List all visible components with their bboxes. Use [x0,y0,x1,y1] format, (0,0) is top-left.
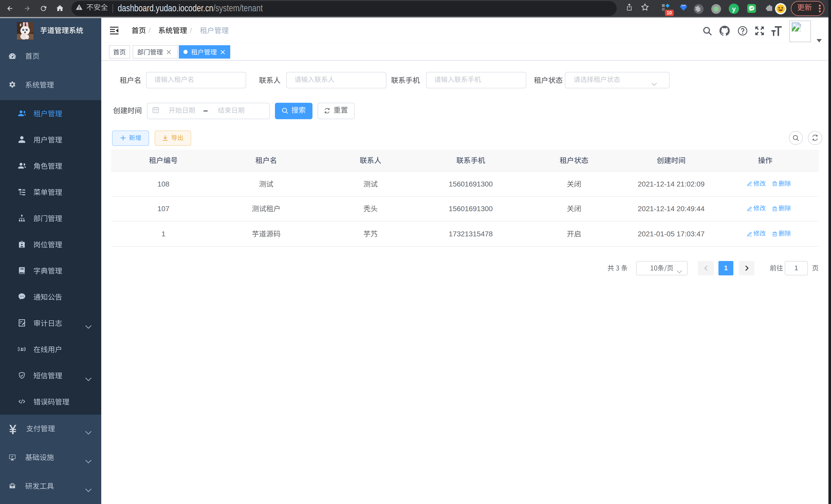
svg-text:y: y [732,5,736,12]
